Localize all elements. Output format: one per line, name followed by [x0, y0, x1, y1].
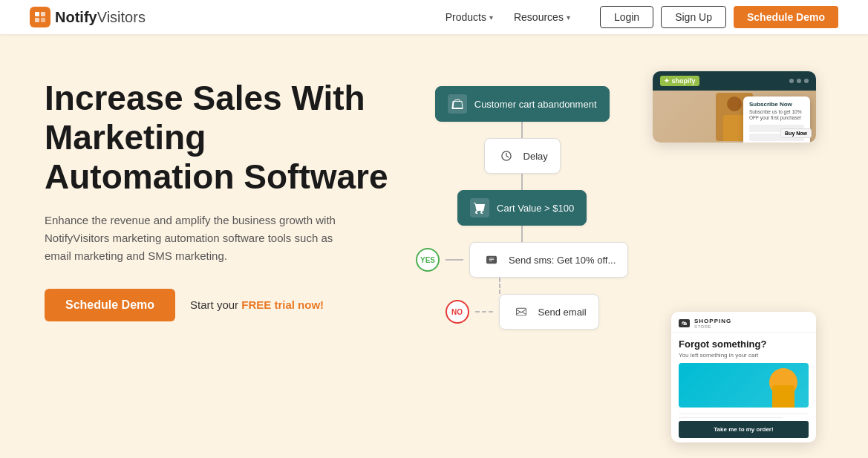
- resources-chevron-icon: ▾: [567, 13, 570, 22]
- cart-abandonment-label: Customer cart abandonment: [474, 99, 597, 110]
- dot-1: [789, 79, 794, 83]
- logo: NotifyVisitors: [30, 7, 146, 27]
- shopping-bag-icon: [448, 94, 467, 114]
- buy-now-button[interactable]: Buy Now: [780, 128, 812, 138]
- forgot-subtitle: You left something in your cart: [679, 352, 809, 359]
- yes-badge: YES: [416, 248, 440, 272]
- trial-link[interactable]: FREE trial now!: [241, 298, 324, 311]
- email-cta-button[interactable]: Take me to my order!: [679, 421, 809, 438]
- dashed-line: [499, 278, 500, 294]
- no-badge: NO: [446, 300, 469, 324]
- resources-nav-link[interactable]: Resources ▾: [514, 11, 570, 23]
- no-branch-line: [475, 311, 493, 313]
- logo-icon: [30, 7, 50, 27]
- svg-rect-0: [35, 12, 39, 16]
- hero-description: Enhance the revenue and amplify the busi…: [45, 212, 356, 265]
- shopify-popup: ✦ shopify Subscribe Now Subscribe us to: [653, 71, 816, 143]
- products-chevron-icon: ▾: [489, 13, 493, 22]
- shopify-logo: ✦ shopify: [660, 76, 699, 86]
- shopify-header-dots: [789, 79, 809, 83]
- svg-rect-2: [35, 18, 39, 22]
- email-divider-2: [679, 417, 783, 418]
- dot-2: [797, 79, 801, 83]
- email-popup: 🛍 SHOPPING STORE Forgot something? You l…: [671, 312, 816, 442]
- logo-light: Visitors: [97, 9, 146, 25]
- subscribe-subtitle: Subscribe us to get 10% OFF your first p…: [749, 109, 804, 122]
- cart-icon: [470, 198, 489, 217]
- logo-bold: Notify: [55, 9, 97, 25]
- signup-button[interactable]: Sign Up: [661, 6, 726, 28]
- email-popup-header: 🛍 SHOPPING STORE: [671, 312, 816, 333]
- hero-left: Increase Sales With Marketing Automation…: [45, 64, 401, 321]
- workflow-node-sms: Send sms: Get 10% off...: [469, 242, 628, 278]
- hero-actions: Schedule Demo Start your FREE trial now!: [45, 289, 401, 321]
- line-2: [521, 174, 523, 190]
- svg-rect-3: [41, 18, 45, 22]
- delay-label: Delay: [523, 151, 548, 162]
- workflow-node-email: Send email: [499, 294, 599, 330]
- login-button[interactable]: Login: [600, 6, 653, 28]
- nav-schedule-demo-button[interactable]: Schedule Demo: [734, 6, 838, 28]
- workflow-node-cart-abandonment: Customer cart abandonment: [435, 86, 610, 122]
- dot-3: [804, 79, 809, 83]
- workflow-node-cart-value: Cart Value > $100: [457, 190, 587, 226]
- email-product-image: [679, 363, 809, 408]
- workflow-diagram: Customer cart abandonment Delay: [416, 86, 628, 330]
- clock-icon: [497, 146, 516, 166]
- hero-section: Increase Sales With Marketing Automation…: [0, 34, 868, 458]
- yes-branch: YES Send sms: Get 10% off...: [416, 242, 628, 278]
- products-nav-link[interactable]: Products ▾: [446, 11, 493, 23]
- sms-label: Send sms: Get 10% off...: [509, 255, 616, 266]
- email-shop-icon: 🛍: [679, 319, 690, 327]
- subscribe-title: Subscribe Now: [749, 101, 804, 108]
- nav-buttons: Login Sign Up Schedule Demo: [600, 6, 838, 28]
- email-brand-subtitle: STORE: [694, 324, 731, 329]
- yes-branch-line: [446, 259, 463, 261]
- hero-right: Customer cart abandonment Delay: [401, 64, 823, 457]
- navbar: NotifyVisitors Products ▾ Resources ▾ Lo…: [0, 0, 868, 34]
- forgot-title: Forgot something?: [679, 338, 809, 350]
- hero-title: Increase Sales With Marketing Automation…: [45, 79, 401, 197]
- sms-icon: [482, 250, 501, 269]
- workflow-node-delay: Delay: [484, 138, 561, 174]
- no-branch: NO Send email: [446, 294, 599, 330]
- shopify-header: ✦ shopify: [653, 71, 816, 91]
- line-1: [521, 122, 523, 138]
- hero-trial-text: Start your FREE trial now!: [190, 298, 324, 311]
- email-divider-1: [679, 413, 809, 414]
- shopify-body: Subscribe Now Subscribe us to get 10% OF…: [653, 91, 816, 143]
- nav-links: Products ▾ Resources ▾: [446, 11, 570, 23]
- cart-value-label: Cart Value > $100: [497, 203, 574, 214]
- svg-rect-1: [41, 12, 45, 16]
- hero-schedule-demo-button[interactable]: Schedule Demo: [45, 289, 175, 321]
- line-3: [521, 226, 523, 242]
- send-email-label: Send email: [538, 307, 587, 318]
- email-icon: [512, 302, 531, 321]
- email-brand-name: SHOPPING STORE: [694, 318, 731, 329]
- email-popup-body: Forgot something? You left something in …: [671, 333, 816, 442]
